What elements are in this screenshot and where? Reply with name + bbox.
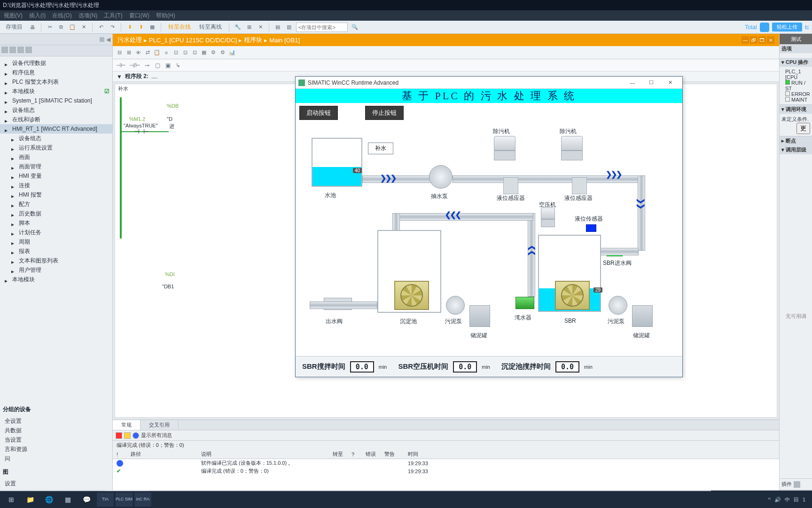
cloud-upload-button[interactable]: 轻松上传 xyxy=(772,23,802,32)
tree-item[interactable]: ▸周期 xyxy=(0,237,112,246)
stop-icon[interactable]: ✕ xyxy=(256,23,265,32)
fill-water-button[interactable]: 补水 xyxy=(368,143,393,154)
wincc-ra-icon[interactable]: inC RA xyxy=(134,492,151,507)
start-button[interactable]: 启动按钮 xyxy=(299,106,338,120)
tool-icon[interactable]: 📋 xyxy=(153,49,161,56)
tool-icon[interactable]: ⚙ xyxy=(210,49,217,56)
split-icon[interactable]: ▥ xyxy=(285,23,293,32)
collapse-icon[interactable] xyxy=(100,37,104,42)
tree-item[interactable]: 全设置 xyxy=(0,416,112,426)
contact-icon[interactable]: ⊣⊢ xyxy=(116,62,126,69)
save-project-button[interactable]: 存项目 xyxy=(3,23,25,31)
plugins-label[interactable]: 插件 xyxy=(781,481,792,488)
wincc-titlebar[interactable]: SIMATIC WinCC Runtime Advanced — ☐ ✕ xyxy=(296,77,682,89)
tool-icon[interactable]: 🔧 xyxy=(234,23,242,32)
output-tab-xref[interactable]: 交叉引用 xyxy=(141,420,179,430)
lang-indicator[interactable]: 田 xyxy=(794,496,799,503)
col-time[interactable]: 时间 xyxy=(404,450,779,459)
contact-icon[interactable]: ⊣ ⊢ xyxy=(134,127,149,135)
system-tray[interactable]: ^ 🔊 中 田 1 xyxy=(768,496,809,503)
go-online-button[interactable]: 转至在线 xyxy=(165,23,194,31)
col-goto[interactable]: 转至 xyxy=(329,450,348,459)
ime-indicator[interactable]: 中 xyxy=(785,496,790,503)
warning-filter-icon[interactable] xyxy=(124,432,131,439)
tree-item[interactable]: ▸PLC 报警文本列表 xyxy=(0,77,112,87)
tree-item[interactable]: ▸用户管理 xyxy=(0,265,112,275)
tree-item[interactable]: 当设置 xyxy=(0,435,112,444)
paste-icon[interactable]: 📋 xyxy=(68,23,77,32)
tool-icon[interactable]: ⊞ xyxy=(245,23,253,32)
breadcrumb-item[interactable]: 污水处理 xyxy=(117,36,142,44)
tree-item[interactable]: ▸在线和诊断 xyxy=(0,115,112,124)
tree-item[interactable]: ▸连接 xyxy=(0,181,112,190)
tree-item[interactable]: 言和资源 xyxy=(0,444,112,454)
close-icon[interactable]: ✕ xyxy=(767,36,774,44)
cut-icon[interactable]: ✂ xyxy=(46,23,54,32)
tree-item[interactable]: ▸设备代理数据 xyxy=(0,58,112,68)
menu-insert[interactable]: 插入(I) xyxy=(29,12,46,20)
start-button[interactable]: ⊞ xyxy=(3,492,20,507)
contact-icon[interactable]: ⊣/⊢ xyxy=(129,62,141,69)
go-offline-button[interactable]: 转至离线 xyxy=(196,23,225,31)
wechat-icon[interactable]: 💬 xyxy=(78,492,95,507)
tree-item[interactable]: ▸HMI 报警 xyxy=(0,190,112,199)
tool-icon[interactable]: ⇄ xyxy=(144,49,151,56)
tree-item[interactable]: ▸历史数据 xyxy=(0,209,112,218)
callstack-header[interactable]: 调用层级 xyxy=(786,146,806,153)
tree-item[interactable]: 共数据 xyxy=(0,426,112,435)
tool-icon[interactable]: 👁 xyxy=(134,49,142,56)
sbr-comp-value[interactable]: 0.0 xyxy=(453,361,477,373)
tray-sound-icon[interactable]: 🔊 xyxy=(774,497,781,503)
tree-item[interactable]: ▸HMI 变量 xyxy=(0,171,112,181)
col-err[interactable]: 错误 xyxy=(362,450,381,459)
upload-icon[interactable]: ⬆ xyxy=(137,23,145,32)
download-icon[interactable]: ⬇ xyxy=(125,23,134,32)
compile-icon[interactable]: ▦ xyxy=(148,23,156,32)
output-tab-general[interactable]: 常规 xyxy=(113,420,141,430)
tray-chevron-icon[interactable]: ^ xyxy=(768,497,771,502)
branch-icon[interactable]: ↳ xyxy=(174,62,182,69)
tree-item[interactable]: ▸画面管理 xyxy=(0,162,112,171)
tree-tool-icon[interactable] xyxy=(9,47,16,53)
edge-icon[interactable]: 🌐 xyxy=(40,492,57,507)
col-warn[interactable]: 警告 xyxy=(381,450,404,459)
tree-item[interactable]: ▸报表 xyxy=(0,246,112,256)
tool-icon[interactable]: ⚙ xyxy=(219,49,226,56)
tool-icon[interactable]: ▦ xyxy=(200,49,208,56)
output-row[interactable]: ✔编译完成 (错误：0；警告：0)19:29:33 xyxy=(113,467,779,475)
tree-item[interactable]: ▸配方 xyxy=(0,199,112,209)
breadcrumb-item[interactable]: Main [OB1] xyxy=(269,37,300,44)
explorer-icon[interactable]: 📁 xyxy=(22,492,39,507)
col-icon[interactable]: ! xyxy=(113,450,127,459)
calc-icon[interactable]: ▦ xyxy=(59,492,76,507)
more-button[interactable]: 更 xyxy=(796,123,810,134)
sed-stir-value[interactable]: 0.0 xyxy=(555,361,579,373)
redo-icon[interactable]: ↷ xyxy=(108,23,117,32)
tool-icon[interactable]: 📊 xyxy=(228,49,236,56)
stop-button[interactable]: 停止按钮 xyxy=(365,106,404,120)
tree-item[interactable]: 问 xyxy=(0,454,112,463)
col-desc[interactable]: 说明 xyxy=(197,450,329,459)
restore-icon[interactable]: 🗗 xyxy=(750,36,757,44)
tree-item[interactable]: ▸本地模块☑ xyxy=(0,87,112,96)
chevron-icon[interactable]: ◀ xyxy=(106,36,110,43)
box-icon[interactable]: ▣ xyxy=(164,62,172,69)
delete-icon[interactable]: ✕ xyxy=(79,23,88,32)
menu-options[interactable]: 选项(N) xyxy=(78,12,98,20)
tree-item[interactable]: ▸本地模块 xyxy=(0,275,112,284)
view-tree[interactable]: 设置 xyxy=(0,477,112,490)
clock[interactable]: 1 xyxy=(803,497,805,502)
project-tree[interactable]: ▸设备代理数据▸程序信息▸PLC 报警文本列表▸本地模块☑▸System_1 [… xyxy=(0,56,112,403)
breakpoint-header[interactable]: 断点 xyxy=(786,137,796,144)
options-header[interactable]: 选项 xyxy=(780,44,812,53)
menu-window[interactable]: 窗口(W) xyxy=(129,12,149,20)
output-row[interactable]: 软件编译已完成 (设备版本：15.1.0.0) 。19:29:33 xyxy=(113,459,779,468)
menu-help[interactable]: 帮助(H) xyxy=(156,12,175,20)
error-filter-icon[interactable] xyxy=(116,432,122,439)
tree-item[interactable]: ▸程序信息 xyxy=(0,68,112,77)
breadcrumb-item[interactable]: 程序块 xyxy=(244,36,262,44)
plcsim-icon[interactable]: PLC SIM xyxy=(116,492,133,507)
minimize-button[interactable]: — xyxy=(623,78,642,88)
project-search-input[interactable] xyxy=(296,23,348,32)
tree-item[interactable]: ▸画面 xyxy=(0,152,112,162)
